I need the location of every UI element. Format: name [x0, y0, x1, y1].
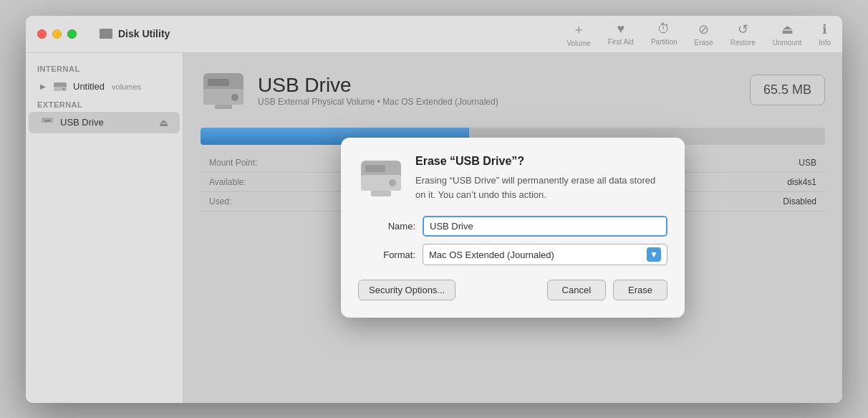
svg-rect-3 — [100, 34, 105, 39]
dialog-title: Erase “USB Drive”? — [415, 155, 667, 168]
dialog-disk-icon — [358, 155, 404, 201]
dialog-overlay: Erase “USB Drive”? Erasing “USB Drive” w… — [183, 53, 842, 403]
sidebar-section-external: External — [26, 98, 183, 112]
svg-rect-19 — [365, 165, 385, 172]
erase-button[interactable]: Erase — [613, 280, 667, 300]
chevron-icon: ▶ — [40, 82, 46, 90]
dialog-message: Erasing “USB Drive” will permanently era… — [415, 174, 667, 201]
dialog-header: Erase “USB Drive”? Erasing “USB Drive” w… — [358, 155, 667, 201]
toolbar: ＋ Volume ♥ First Aid ⏱ Partition ⊘ Erase… — [566, 21, 831, 47]
cancel-button[interactable]: Cancel — [547, 280, 606, 300]
toolbar-volume[interactable]: ＋ Volume — [566, 21, 590, 47]
close-button[interactable] — [37, 29, 47, 39]
dialog-form: Name: Format: Mac OS Extended (Journaled… — [358, 216, 667, 265]
info-icon: ℹ — [822, 22, 827, 37]
svg-rect-10 — [42, 123, 53, 128]
svg-rect-4 — [106, 34, 112, 36]
toolbar-first-aid[interactable]: ♥ First Aid — [608, 22, 634, 46]
format-label: Format: — [358, 250, 415, 260]
select-arrow-icon: ▼ — [647, 247, 661, 262]
toolbar-partition[interactable]: ⏱ Partition — [651, 22, 677, 46]
content-area: USB Drive USB External Physical Volume •… — [183, 53, 842, 403]
name-label: Name: — [358, 221, 415, 232]
name-input[interactable] — [423, 216, 667, 237]
svg-rect-2 — [106, 32, 112, 33]
svg-rect-11 — [44, 120, 50, 122]
internal-disk-icon — [53, 80, 67, 94]
svg-rect-0 — [100, 29, 105, 33]
eject-button[interactable]: ⏏ — [159, 117, 168, 128]
svg-rect-21 — [371, 191, 391, 196]
dialog-buttons: Security Options... Cancel Erase — [358, 280, 667, 300]
btn-group: Cancel Erase — [547, 280, 667, 300]
toolbar-restore[interactable]: ↺ Restore — [730, 22, 756, 47]
first-aid-icon: ♥ — [617, 22, 625, 37]
app-window: Disk Utility ＋ Volume ♥ First Aid ⏱ Part… — [26, 16, 842, 403]
unmount-icon: ⏏ — [781, 22, 794, 37]
view-toggle-icon[interactable] — [100, 29, 112, 39]
main-content: Internal ▶ Untitled volumes External — [26, 53, 842, 403]
sidebar-item-untitled[interactable]: ▶ Untitled volumes — [29, 76, 180, 98]
volume-icon: ＋ — [572, 21, 585, 38]
svg-rect-1 — [106, 29, 112, 30]
restore-icon: ↺ — [738, 22, 748, 37]
minimize-button[interactable] — [52, 29, 62, 39]
window-title: Disk Utility — [118, 28, 170, 39]
sidebar-item-usb-drive[interactable]: USB Drive ⏏ — [29, 112, 180, 133]
toolbar-unmount[interactable]: ⏏ Unmount — [773, 22, 802, 47]
erase-icon: ⊘ — [698, 22, 709, 37]
titlebar: Disk Utility ＋ Volume ♥ First Aid ⏱ Part… — [26, 16, 842, 53]
sidebar-section-internal: Internal — [26, 62, 183, 76]
security-options-button[interactable]: Security Options... — [358, 280, 455, 300]
partition-icon: ⏱ — [657, 22, 670, 37]
maximize-button[interactable] — [67, 29, 77, 39]
format-select[interactable]: Mac OS Extended (Journaled) ▼ — [423, 244, 667, 265]
sidebar: Internal ▶ Untitled volumes External — [26, 53, 183, 403]
svg-point-20 — [389, 179, 396, 186]
toolbar-info[interactable]: ℹ Info — [819, 22, 831, 47]
erase-dialog: Erase “USB Drive”? Erasing “USB Drive” w… — [341, 138, 685, 318]
svg-rect-5 — [106, 37, 112, 39]
format-value: Mac OS Extended (Journaled) — [429, 250, 642, 260]
traffic-lights — [37, 29, 77, 39]
dialog-text: Erase “USB Drive”? Erasing “USB Drive” w… — [415, 155, 667, 201]
svg-point-8 — [63, 87, 65, 90]
toolbar-erase[interactable]: ⊘ Erase — [695, 22, 713, 47]
external-disk-icon — [40, 115, 54, 130]
titlebar-center: Disk Utility — [100, 28, 170, 39]
